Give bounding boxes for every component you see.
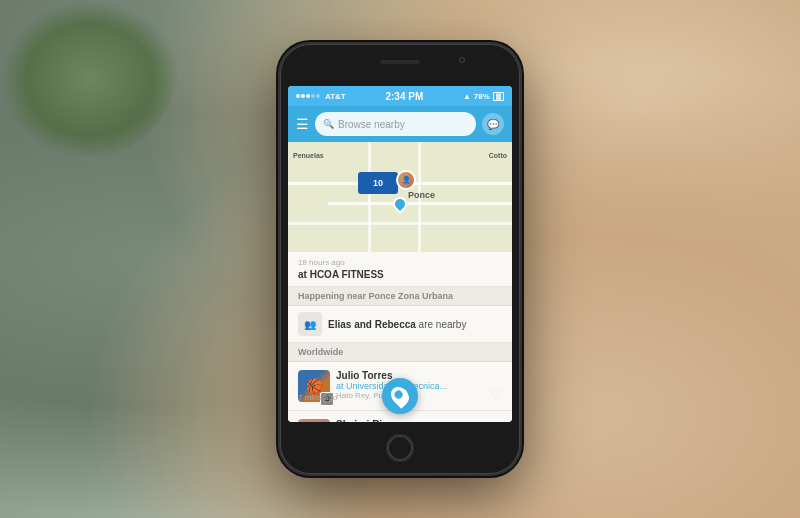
chat-icon: 💬 [487,119,499,130]
search-placeholder: Browse nearby [338,119,405,130]
signal-dot-5 [316,94,320,98]
heart-button-julio[interactable]: ♡ [491,388,502,402]
chat-button[interactable]: 💬 [482,113,504,135]
phone-speaker [380,60,420,64]
signal-dot-4 [311,94,315,98]
location-fab-icon [387,383,412,408]
map-label-cotto: Cotto [489,152,507,159]
status-right: ▲ 78% ▓ [463,92,504,101]
signal-dot-1 [296,94,300,98]
search-bar[interactable]: 🔍 Browse nearby [315,112,476,136]
feed-venue-julio: at Universidad Politecnica... [336,381,502,391]
section-worldwide: Worldwide [288,343,512,362]
phone-camera [459,57,465,63]
map-area[interactable]: 10 👤 Penuelas Ponce Cotto [288,142,512,252]
signal-dot-3 [306,94,310,98]
search-icon: 🔍 [323,119,334,129]
persons-icon: 👥 [304,319,316,330]
nearby-item[interactable]: 👥 Elias and Rebecca are nearby [288,306,512,343]
nav-bar: ☰ 🔍 Browse nearby 💬 [288,106,512,142]
phone-screen: AT&T 2:34 PM ▲ 78% ▓ ☰ 🔍 Browse nearby [288,86,512,422]
nearby-persons: Elias and Rebecca [328,319,416,330]
checkin-venue-name: HCOA FITNESS [310,269,384,280]
wifi-icon: ▲ [463,92,471,101]
map-label-ponce: Ponce [408,190,435,200]
road-v1 [368,142,371,252]
content-area: 18 hours ago at HCOA FITNESS Happening n… [288,252,512,422]
feed-info-shairai: Shairai Rivera at Rockefeller Center Caf… [336,419,502,422]
map-background: 10 👤 Penuelas Ponce Cotto [288,142,512,252]
map-label-penuelas: Penuelas [293,152,324,159]
menu-button[interactable]: ☰ [296,117,309,131]
checkin-item[interactable]: 18 hours ago at HCOA FITNESS [288,252,512,287]
nearby-suffix: are nearby [416,319,467,330]
phone-device: AT&T 2:34 PM ▲ 78% ▓ ☰ 🔍 Browse nearby [280,44,520,474]
battery-icon: ▓ [493,92,504,101]
location-fab-button[interactable] [382,378,418,414]
section-happening-near: Happening near Ponce Zona Urbana [288,287,512,306]
signal-dots [296,94,320,98]
feed-info-julio: Julio Torres at Universidad Politecnica.… [336,370,502,402]
pin-avatar: 👤 [398,172,414,188]
scene: AT&T 2:34 PM ▲ 78% ▓ ☰ 🔍 Browse nearby [0,0,800,518]
phone-wrapper: AT&T 2:34 PM ▲ 78% ▓ ☰ 🔍 Browse nearby [280,44,520,474]
home-button[interactable] [386,434,414,462]
feed-time-julio: 7 mins ago [298,393,337,402]
feed-name-julio: Julio Torres [336,370,502,381]
nearby-persons-icon: 👥 [298,312,322,336]
avatar-photo-shairai: 👩 [298,419,330,422]
feed-name-shairai: Shairai Rivera [336,419,502,422]
status-time: 2:34 PM [385,91,423,102]
checkin-time: 18 hours ago [298,258,502,267]
status-left: AT&T [296,92,346,101]
highway-badge: 10 [358,172,398,194]
map-location-pin [393,197,407,211]
battery-label: 78% [474,92,490,101]
road-h3 [288,222,512,225]
checkin-venue-prefix: at [298,269,310,280]
map-photo-pin: 👤 [396,170,416,190]
carrier-label: AT&T [325,92,346,101]
checkin-venue: at HCOA FITNESS [298,269,502,280]
nearby-text: Elias and Rebecca are nearby [328,319,502,330]
feed-location-julio: Hato Rey, Puerto Rico [336,391,502,400]
signal-dot-2 [301,94,305,98]
status-bar: AT&T 2:34 PM ▲ 78% ▓ [288,86,512,106]
feed-avatar-shairai: 👩 🍴 [298,419,330,422]
